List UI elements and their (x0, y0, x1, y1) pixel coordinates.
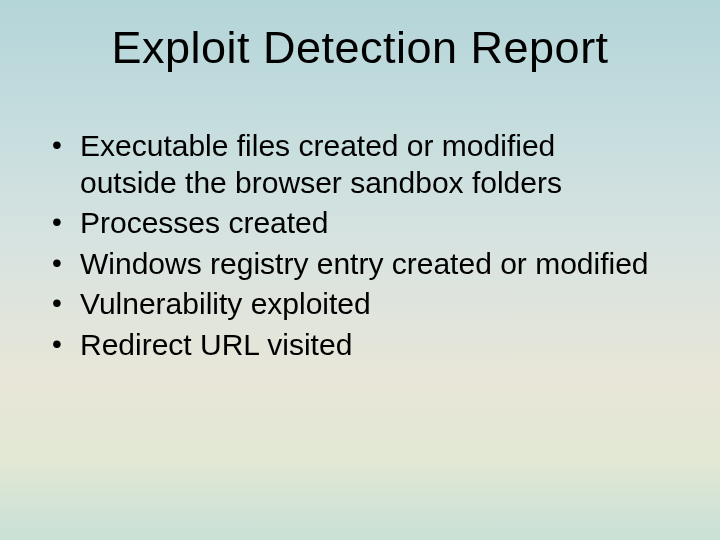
bullet-list: Executable files created or modified out… (42, 128, 660, 364)
slide-title: Exploit Detection Report (0, 22, 720, 74)
slide: Exploit Detection Report Executable file… (0, 0, 720, 540)
list-item: Vulnerability exploited (42, 286, 660, 323)
list-item: Processes created (42, 205, 660, 242)
list-item: Windows registry entry created or modifi… (42, 246, 660, 283)
list-item: Executable files created or modified out… (42, 128, 660, 201)
slide-body: Executable files created or modified out… (42, 128, 660, 368)
list-item: Redirect URL visited (42, 327, 660, 364)
